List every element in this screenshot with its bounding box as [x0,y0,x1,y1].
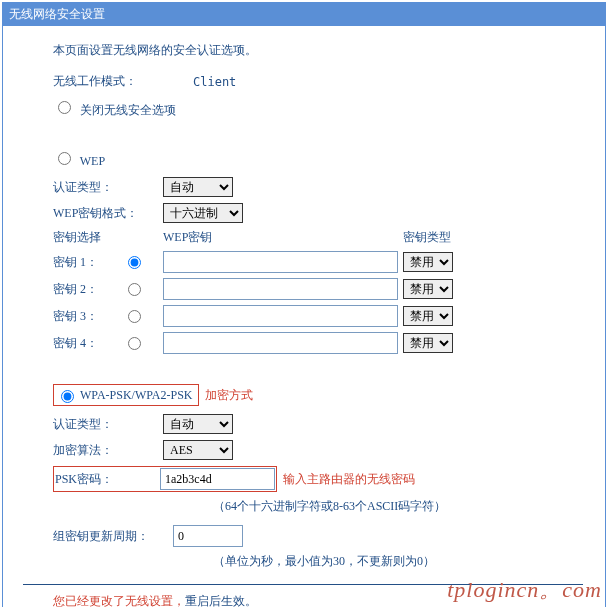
wep-key-row-2: 密钥 2： 禁用 [53,278,585,300]
panel-title: 无线网络安全设置 [3,3,605,26]
wep-key2-type[interactable]: 禁用 [403,279,453,299]
psk-annotation: 输入主路由器的无线密码 [283,471,415,488]
wep-key2-input[interactable] [163,278,398,300]
wep-key1-label: 密钥 1： [53,254,123,271]
wep-format-select[interactable]: 十六进制 [163,203,243,223]
wep-key3-type[interactable]: 禁用 [403,306,453,326]
wpa-psk-row: PSK密码： 输入主路由器的无线密码 [53,466,585,492]
wep-key-row-1: 密钥 1： 禁用 [53,251,585,273]
wep-key4-radio[interactable] [128,337,141,350]
option-disable-security[interactable]: 关闭无线安全选项 [53,98,585,119]
watermark: tplogincn。com [447,575,602,605]
wep-auth-label: 认证类型： [53,179,163,196]
wep-key-row-3: 密钥 3： 禁用 [53,305,585,327]
wep-key1-type[interactable]: 禁用 [403,252,453,272]
wep-key3-input[interactable] [163,305,398,327]
wep-key1-input[interactable] [163,251,398,273]
wpa-algo-select[interactable]: AES [163,440,233,460]
option-wpa[interactable]: WPA-PSK/WPA2-PSK 加密方式 [53,384,585,406]
wep-key1-radio[interactable] [128,256,141,269]
radio-wpa[interactable] [61,390,74,403]
wireless-security-panel: 无线网络安全设置 本页面设置无线网络的安全认证选项。 无线工作模式： Clien… [2,2,606,607]
wep-key2-radio[interactable] [128,283,141,296]
col-select: 密钥选择 [53,229,163,246]
mode-label: 无线工作模式： [53,73,163,90]
radio-disable-label: 关闭无线安全选项 [80,103,176,117]
group-note: （单位为秒，最小值为30，不更新则为0） [213,553,585,570]
wep-key4-type[interactable]: 禁用 [403,333,453,353]
wpa-algo-label: 加密算法： [53,442,163,459]
wep-format-row: WEP密钥格式： 十六进制 [53,203,585,223]
wpa-section: WPA-PSK/WPA2-PSK 加密方式 认证类型： 自动 加密算法： AES… [53,384,585,570]
group-interval-input[interactable] [173,525,243,547]
radio-wpa-label: WPA-PSK/WPA2-PSK [80,388,192,403]
page-description: 本页面设置无线网络的安全认证选项。 [53,42,585,59]
wep-key4-label: 密钥 4： [53,335,123,352]
psk-label: PSK密码： [55,471,160,488]
radio-wep[interactable] [58,152,71,165]
wep-key-header: 密钥选择 WEP密钥 密钥类型 [53,229,585,246]
wpa-annotation-method: 加密方式 [205,387,253,404]
psk-note: （64个十六进制字符或8-63个ASCII码字符） [213,498,585,515]
wpa-auth-label: 认证类型： [53,416,163,433]
changed-text: 您已经更改了无线设置， [53,594,185,607]
wep-format-label: WEP密钥格式： [53,205,163,222]
panel-body: 本页面设置无线网络的安全认证选项。 无线工作模式： Client 关闭无线安全选… [3,26,605,607]
wep-key2-label: 密钥 2： [53,281,123,298]
wep-auth-select[interactable]: 自动 [163,177,233,197]
group-label: 组密钥更新周期： [53,528,173,545]
wep-key3-label: 密钥 3： [53,308,123,325]
wep-key3-radio[interactable] [128,310,141,323]
wpa-algo-row: 加密算法： AES [53,440,585,460]
mode-row: 无线工作模式： Client [53,73,585,90]
radio-disable[interactable] [58,101,71,114]
wpa-auth-select[interactable]: 自动 [163,414,233,434]
wep-key-row-4: 密钥 4： 禁用 [53,332,585,354]
psk-highlight: PSK密码： [53,466,277,492]
wpa-auth-row: 认证类型： 自动 [53,414,585,434]
wep-key-table: 密钥选择 WEP密钥 密钥类型 密钥 1： 禁用 密钥 2： 禁用 密钥 3： [53,229,585,354]
wpa-highlight: WPA-PSK/WPA2-PSK [53,384,199,406]
option-wep[interactable]: WEP [53,149,585,169]
reboot-text: 重启后生效。 [185,594,257,607]
mode-value: Client [193,75,236,89]
radio-wep-label: WEP [80,154,105,168]
col-type: 密钥类型 [403,229,473,246]
psk-input[interactable] [160,468,275,490]
wep-auth-row: 认证类型： 自动 [53,177,585,197]
wep-key4-input[interactable] [163,332,398,354]
group-interval-row: 组密钥更新周期： [53,525,585,547]
col-key: WEP密钥 [163,229,403,246]
